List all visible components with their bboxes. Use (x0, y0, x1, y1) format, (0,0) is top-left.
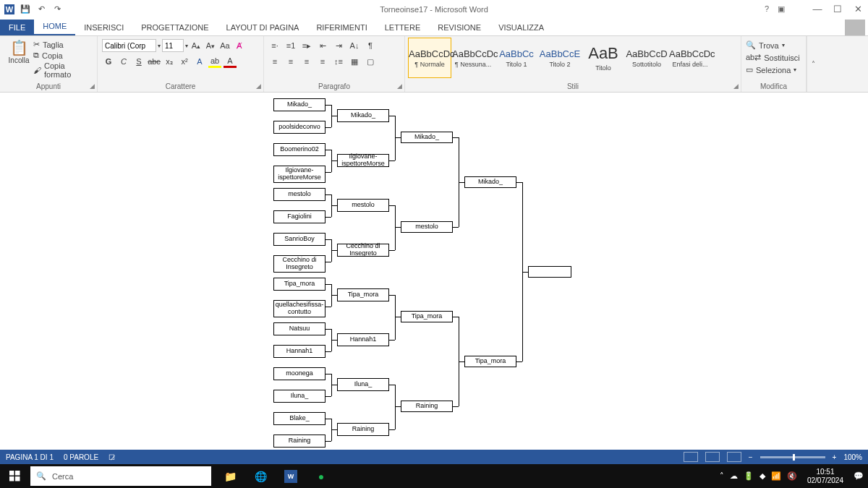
read-mode-icon[interactable] (684, 452, 698, 462)
change-case-icon[interactable]: Aa (218, 39, 231, 52)
select-icon[interactable]: ▭ (746, 65, 753, 74)
clear-formatting-icon[interactable]: A̸ (233, 39, 246, 52)
tab-progettazione[interactable]: PROGETTAZIONE (132, 20, 217, 35)
tab-file[interactable]: FILE (0, 20, 34, 35)
save-icon[interactable]: 💾 (20, 4, 30, 14)
cut-button[interactable]: Taglia (43, 40, 64, 49)
superscript-icon[interactable]: x² (178, 55, 191, 68)
undo-icon[interactable]: ↶ (36, 4, 46, 14)
word-count[interactable]: 0 PAROLE (64, 453, 98, 461)
justify-icon[interactable]: ≡ (316, 55, 329, 68)
collapse-ribbon-icon[interactable]: ˄ (807, 36, 820, 92)
format-painter-button[interactable]: Copia formato (44, 61, 93, 79)
align-center-icon[interactable]: ≡ (284, 55, 297, 68)
style-item[interactable]: AaBbCcDc¶ Nessuna... (451, 38, 495, 78)
increase-indent-icon[interactable]: ⇥ (332, 39, 345, 52)
style-item[interactable]: AaBbCcDc¶ Normale (408, 38, 451, 78)
show-marks-icon[interactable]: ¶ (364, 39, 377, 52)
paragraph-dialog-launcher[interactable]: ◢ (397, 82, 402, 90)
tray-onedrive-icon[interactable]: ☁ (730, 471, 738, 481)
style-item[interactable]: AaBTitolo (582, 38, 625, 78)
bold-icon[interactable]: G (102, 55, 115, 68)
tab-lettere[interactable]: LETTERE (376, 20, 430, 35)
shrink-font-icon[interactable]: A▾ (204, 39, 217, 52)
style-item[interactable]: AaBbCcDcEnfasi deli... (668, 38, 712, 78)
close-button[interactable]: ✕ (848, 0, 868, 18)
paste-icon[interactable]: 📋 (4, 39, 33, 56)
copy-icon[interactable]: ⧉ (33, 51, 39, 60)
multilevel-icon[interactable]: ≡▸ (300, 39, 313, 52)
redo-icon[interactable]: ↷ (52, 4, 62, 14)
styles-dialog-launcher[interactable]: ◢ (733, 82, 739, 90)
zoom-in-icon[interactable]: + (833, 453, 837, 461)
page-count[interactable]: PAGINA 1 DI 1 (6, 453, 54, 461)
cut-icon[interactable]: ✂ (33, 40, 40, 49)
taskbar-app-chrome[interactable]: 🌐 (246, 464, 275, 488)
taskbar-search[interactable]: 🔍 Cerca (30, 466, 211, 486)
font-size-input[interactable] (162, 39, 184, 52)
zoom-slider[interactable] (760, 456, 825, 458)
style-item[interactable]: AaBbCcETitolo 2 (538, 38, 582, 78)
tab-layout[interactable]: LAYOUT DI PAGINA (218, 20, 308, 35)
font-size-dropdown-icon[interactable]: ▾ (185, 43, 188, 49)
web-layout-icon[interactable] (727, 452, 741, 462)
zoom-level[interactable]: 100% (843, 453, 862, 461)
proofing-icon[interactable]: ☐̷ (109, 453, 115, 461)
replace-icon[interactable]: ab⇄ (746, 53, 761, 62)
tab-visualizza[interactable]: VISUALIZZA (490, 20, 553, 35)
tab-inserisci[interactable]: INSERISCI (75, 20, 132, 35)
find-icon[interactable]: 🔍 (746, 40, 756, 50)
style-item[interactable]: AaBbCcTitolo 1 (495, 38, 538, 78)
tray-chevron-icon[interactable]: ˄ (720, 471, 724, 481)
find-button[interactable]: Trova (759, 41, 779, 50)
style-item[interactable]: AaBbCcDSottotitolo (625, 38, 668, 78)
document-canvas[interactable]: Mikado_poolsideconvoBoomerino02Ilgiovane… (0, 93, 868, 464)
text-effects-icon[interactable]: A (193, 55, 206, 68)
select-button[interactable]: Seleziona (756, 66, 791, 74)
taskbar-clock[interactable]: 10:51 02/07/2024 (803, 468, 848, 485)
print-layout-icon[interactable] (705, 452, 720, 462)
start-button[interactable] (0, 464, 29, 488)
help-icon[interactable]: ? (765, 4, 769, 14)
font-name-dropdown-icon[interactable]: ▾ (158, 43, 161, 49)
taskbar-app-word[interactable]: W (276, 464, 305, 488)
format-painter-icon[interactable]: 🖌 (33, 66, 41, 74)
tab-revisione[interactable]: REVISIONE (429, 20, 490, 35)
align-left-icon[interactable]: ≡ (268, 55, 281, 68)
borders-icon[interactable]: ▢ (364, 55, 377, 68)
copy-button[interactable]: Copia (42, 51, 63, 60)
replace-button[interactable]: Sostituisci (764, 53, 800, 62)
tray-battery-icon[interactable]: 🔋 (744, 471, 754, 481)
minimize-button[interactable]: — (807, 0, 827, 18)
tray-wifi-icon[interactable]: 📶 (771, 471, 781, 481)
zoom-out-icon[interactable]: − (749, 453, 753, 461)
font-name-input[interactable] (102, 39, 156, 52)
taskbar-app-explorer[interactable]: 📁 (216, 464, 244, 488)
paste-button[interactable]: Incolla (4, 56, 33, 64)
align-right-icon[interactable]: ≡ (300, 55, 313, 68)
maximize-button[interactable]: ☐ (827, 0, 848, 18)
numbering-icon[interactable]: ≡1 (284, 39, 297, 52)
highlight-icon[interactable]: ab (208, 55, 221, 68)
clipboard-dialog-launcher[interactable]: ◢ (90, 82, 95, 90)
line-spacing-icon[interactable]: ↕≡ (332, 55, 345, 68)
grow-font-icon[interactable]: A▴ (190, 39, 203, 52)
font-dialog-launcher[interactable]: ◢ (256, 82, 261, 90)
tray-app-icon[interactable]: ◆ (760, 471, 765, 481)
shading-icon[interactable]: ▦ (348, 55, 361, 68)
notifications-icon[interactable]: 💬 (854, 471, 864, 481)
tray-volume-icon[interactable]: 🔇 (787, 471, 797, 481)
ribbon-options-icon[interactable]: ▣ (778, 4, 785, 14)
underline-icon[interactable]: S (132, 55, 145, 68)
tab-home[interactable]: HOME (34, 18, 75, 35)
bullets-icon[interactable]: ≡· (268, 39, 281, 52)
decrease-indent-icon[interactable]: ⇤ (316, 39, 329, 52)
taskbar-app-spotify[interactable]: ● (307, 464, 336, 488)
user-avatar[interactable] (845, 20, 865, 35)
italic-icon[interactable]: C (117, 55, 130, 68)
subscript-icon[interactable]: x₂ (163, 55, 176, 68)
tab-riferimenti[interactable]: RIFERIMENTI (307, 20, 375, 35)
strikethrough-icon[interactable]: abc (148, 55, 161, 68)
font-color-icon[interactable]: A (224, 55, 237, 68)
sort-icon[interactable]: A↓ (348, 39, 361, 52)
